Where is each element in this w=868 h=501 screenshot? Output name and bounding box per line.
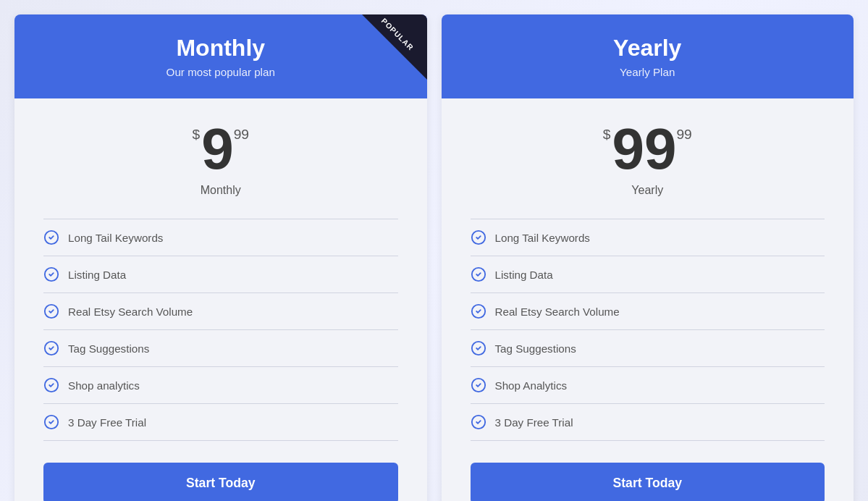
plan-subtitle-yearly: Yearly Plan bbox=[456, 66, 840, 78]
feature-item: Long Tail Keywords bbox=[43, 219, 398, 256]
feature-text: 3 Day Free Trial bbox=[68, 416, 146, 429]
plan-card-yearly: YearlyYearly Plan$9999Yearly Long Tail K… bbox=[442, 14, 854, 501]
feature-item: Tag Suggestions bbox=[471, 330, 825, 367]
price-dollar-yearly: $ bbox=[603, 127, 611, 141]
plan-header-yearly: YearlyYearly Plan bbox=[442, 14, 854, 98]
feature-text: Shop analytics bbox=[68, 379, 140, 392]
feature-item: Shop Analytics bbox=[471, 367, 825, 404]
check-circle-icon bbox=[43, 230, 59, 245]
check-circle-icon bbox=[43, 266, 59, 282]
check-circle-icon bbox=[43, 414, 59, 430]
start-today-button-yearly[interactable]: Start Today bbox=[471, 463, 825, 501]
plan-body-yearly: $9999Yearly Long Tail Keywords Listing D… bbox=[442, 98, 854, 501]
feature-item: Real Etsy Search Volume bbox=[43, 293, 398, 330]
feature-text: Listing Data bbox=[68, 269, 126, 281]
feature-text: Long Tail Keywords bbox=[495, 232, 590, 244]
feature-text: Real Etsy Search Volume bbox=[68, 306, 193, 318]
feature-text: 3 Day Free Trial bbox=[495, 416, 573, 429]
check-circle-icon bbox=[43, 377, 59, 393]
plan-card-monthly: MonthlyOur most popular planPOPULAR$999M… bbox=[14, 14, 427, 501]
check-circle-icon bbox=[43, 340, 59, 356]
price-display-yearly: $9999 bbox=[471, 120, 825, 178]
price-cents-monthly: 99 bbox=[234, 127, 249, 141]
price-dollar-monthly: $ bbox=[192, 127, 200, 141]
feature-item: Listing Data bbox=[471, 256, 825, 293]
feature-text: Listing Data bbox=[495, 269, 553, 281]
price-main-yearly: 99 bbox=[612, 120, 676, 178]
feature-item: Shop analytics bbox=[43, 367, 398, 404]
check-circle-icon bbox=[471, 303, 486, 319]
feature-item: 3 Day Free Trial bbox=[471, 404, 825, 441]
feature-text: Tag Suggestions bbox=[68, 342, 149, 355]
price-main-monthly: 9 bbox=[201, 120, 234, 178]
popular-badge: POPULAR bbox=[362, 14, 427, 80]
price-section-yearly: $9999Yearly bbox=[471, 120, 825, 197]
check-circle-icon bbox=[471, 414, 486, 430]
price-section-monthly: $999Monthly bbox=[43, 120, 398, 197]
plan-title-yearly: Yearly bbox=[456, 35, 840, 62]
price-period-monthly: Monthly bbox=[43, 184, 398, 197]
feature-text: Long Tail Keywords bbox=[68, 232, 163, 244]
price-display-monthly: $999 bbox=[43, 120, 398, 178]
check-circle-icon bbox=[471, 377, 486, 393]
features-list-monthly: Long Tail Keywords Listing Data Real Ets… bbox=[43, 219, 398, 441]
feature-item: Real Etsy Search Volume bbox=[471, 293, 825, 330]
check-circle-icon bbox=[43, 303, 59, 319]
feature-item: Tag Suggestions bbox=[43, 330, 398, 367]
feature-item: Listing Data bbox=[43, 256, 398, 293]
feature-text: Real Etsy Search Volume bbox=[495, 306, 620, 318]
plan-header-monthly: MonthlyOur most popular planPOPULAR bbox=[14, 14, 427, 98]
popular-badge-text: POPULAR bbox=[371, 14, 423, 60]
check-circle-icon bbox=[471, 340, 486, 356]
check-circle-icon bbox=[471, 230, 486, 245]
plan-subtitle-monthly: Our most popular plan bbox=[29, 66, 413, 78]
features-list-yearly: Long Tail Keywords Listing Data Real Ets… bbox=[471, 219, 825, 441]
feature-item: Long Tail Keywords bbox=[471, 219, 825, 256]
feature-text: Tag Suggestions bbox=[495, 342, 576, 355]
plan-title-monthly: Monthly bbox=[29, 35, 413, 62]
price-cents-yearly: 99 bbox=[676, 127, 691, 141]
price-period-yearly: Yearly bbox=[471, 184, 825, 197]
feature-text: Shop Analytics bbox=[495, 379, 568, 392]
start-today-button-monthly[interactable]: Start Today bbox=[43, 463, 398, 501]
plan-body-monthly: $999Monthly Long Tail Keywords Listing D… bbox=[14, 98, 427, 501]
feature-item: 3 Day Free Trial bbox=[43, 404, 398, 441]
plans-container: MonthlyOur most popular planPOPULAR$999M… bbox=[14, 14, 854, 501]
check-circle-icon bbox=[471, 266, 486, 282]
